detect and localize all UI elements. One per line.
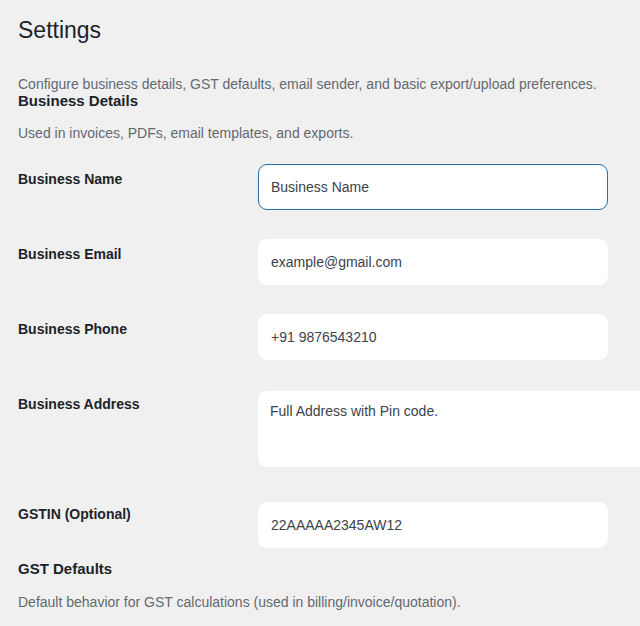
section-description-gst-defaults: Default behavior for GST calculations (u…	[18, 593, 461, 611]
settings-page: Settings Configure business details, GST…	[0, 0, 640, 626]
page-description: Configure business details, GST defaults…	[18, 75, 597, 93]
business-address-label: Business Address	[18, 395, 140, 413]
business-phone-label: Business Phone	[18, 320, 127, 338]
gstin-label: GSTIN (Optional)	[18, 505, 131, 523]
business-name-label: Business Name	[18, 170, 122, 188]
business-phone-input[interactable]	[258, 314, 608, 360]
section-description-business-details: Used in invoices, PDFs, email templates,…	[18, 124, 353, 142]
business-email-label: Business Email	[18, 245, 122, 263]
section-heading-gst-defaults: GST Defaults	[18, 560, 112, 578]
gstin-input[interactable]	[258, 502, 608, 548]
business-email-input[interactable]	[258, 239, 608, 285]
business-name-input[interactable]	[258, 164, 608, 210]
business-address-textarea[interactable]: Full Address with Pin code.	[258, 391, 640, 467]
section-heading-business-details: Business Details	[18, 92, 138, 110]
page-title: Settings	[18, 16, 101, 45]
